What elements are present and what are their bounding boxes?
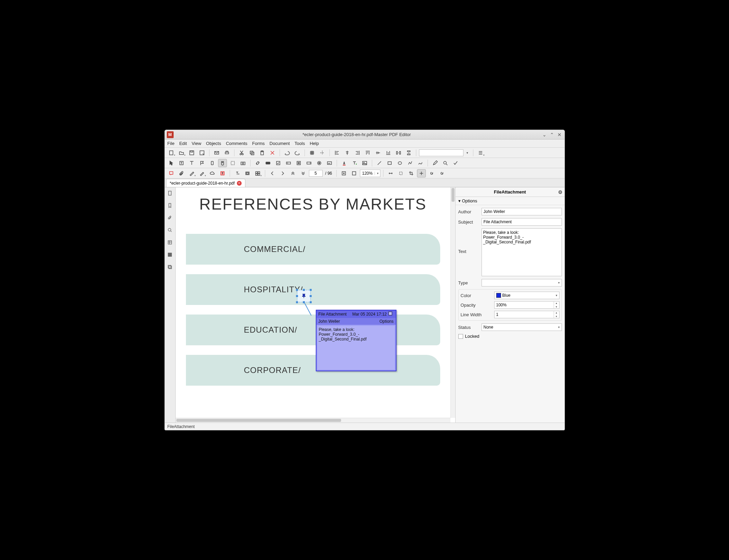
add-text-icon[interactable] — [350, 159, 359, 167]
check-icon[interactable] — [451, 159, 460, 167]
snap-icon[interactable] — [318, 149, 327, 157]
flag-icon[interactable] — [198, 159, 206, 167]
vertical-text-icon[interactable] — [208, 159, 217, 167]
menu-objects[interactable]: Objects — [206, 141, 221, 146]
distribute-v-icon[interactable] — [404, 149, 413, 157]
sidebar-layers-icon[interactable] — [166, 263, 174, 271]
snapshot-icon[interactable] — [239, 159, 247, 167]
sidebar-fields-icon[interactable] — [166, 239, 174, 246]
first-page-icon[interactable] — [288, 169, 297, 177]
panel-section-toggle[interactable]: ▾ Options — [456, 197, 565, 205]
textfield-icon[interactable] — [284, 159, 293, 167]
stamps-icon[interactable]: ▾ — [253, 169, 262, 177]
fit-width-icon[interactable] — [386, 169, 395, 177]
polyline-icon[interactable] — [406, 159, 415, 167]
menu-document[interactable]: Document — [270, 141, 290, 146]
cloud-icon[interactable] — [208, 169, 217, 177]
curve-icon[interactable] — [416, 159, 425, 167]
annotation-popup[interactable]: File Attachment Mar 05 2024 17:12 John W… — [316, 310, 396, 371]
align-top-icon[interactable] — [363, 149, 372, 157]
attachment-icon[interactable] — [177, 169, 186, 177]
menu-help[interactable]: Help — [310, 141, 319, 146]
combobox-icon[interactable] — [305, 159, 313, 167]
rotate-left-icon[interactable] — [427, 169, 436, 177]
type-select[interactable]: ▾ — [482, 279, 562, 286]
undo-icon[interactable] — [283, 149, 292, 157]
minimize-button[interactable]: ⌄ — [541, 132, 548, 138]
select-box-icon[interactable] — [228, 159, 237, 167]
horizontal-scrollbar[interactable] — [176, 418, 450, 423]
text-color-icon[interactable] — [340, 159, 349, 167]
align-left-icon[interactable] — [333, 149, 341, 157]
link-icon[interactable] — [253, 159, 262, 167]
menu-forms[interactable]: Forms — [252, 141, 265, 146]
save-as-icon[interactable] — [198, 149, 206, 157]
menu-view[interactable]: View — [192, 141, 201, 146]
sidebar-search-icon[interactable] — [166, 226, 174, 234]
file-attachment-pin[interactable] — [297, 290, 311, 302]
fit-visible-icon[interactable] — [396, 169, 405, 177]
radio-field-icon[interactable] — [315, 159, 324, 167]
actual-size-icon[interactable] — [339, 169, 348, 177]
align-bottom-icon[interactable] — [384, 149, 393, 157]
status-select[interactable]: None▾ — [482, 323, 562, 331]
highlighter-icon[interactable]: ▾ — [187, 169, 196, 177]
sidebar-thumbs-icon[interactable] — [166, 251, 174, 258]
text-highlight-icon[interactable] — [218, 169, 227, 177]
ruler-h-icon[interactable] — [417, 169, 426, 177]
copy-icon[interactable] — [247, 149, 256, 157]
text-input[interactable] — [482, 228, 562, 276]
button-field-icon[interactable] — [264, 159, 272, 167]
menu-tools[interactable]: Tools — [295, 141, 305, 146]
vertical-scrollbar[interactable] — [450, 187, 455, 418]
align-right-icon[interactable] — [353, 149, 362, 157]
close-window-button[interactable]: ✕ — [556, 132, 563, 138]
delete-icon[interactable] — [268, 149, 277, 157]
next-page-icon[interactable] — [278, 169, 287, 177]
ellipse-icon[interactable] — [395, 159, 404, 167]
author-input[interactable] — [482, 208, 562, 215]
fit-page-icon[interactable] — [350, 169, 359, 177]
menu-comments[interactable]: Comments — [226, 141, 247, 146]
search-dd-icon[interactable]: ▾ — [465, 149, 470, 157]
menu-file[interactable]: File — [167, 141, 175, 146]
panel-settings-icon[interactable]: ⚙ — [558, 189, 563, 195]
opacity-input[interactable]: 100%▲▼ — [494, 301, 559, 309]
tab-close-icon[interactable]: × — [237, 181, 242, 186]
grid-icon[interactable] — [308, 149, 316, 157]
sidebar-attachments-icon[interactable] — [166, 214, 174, 222]
insert-text-icon[interactable] — [233, 169, 242, 177]
pencil-icon[interactable]: ▾ — [198, 169, 206, 177]
email-icon[interactable] — [212, 149, 221, 157]
popup-menu-icon[interactable] — [388, 311, 394, 317]
popup-body[interactable]: Please, take a look: Power_Forward_3.0_-… — [318, 326, 395, 370]
note-icon[interactable] — [167, 169, 176, 177]
signature-field-icon[interactable] — [325, 159, 334, 167]
document-tab[interactable]: *ecler-product-guide-2018-en-hr.pdf × — [166, 179, 245, 187]
pointer-icon[interactable] — [167, 159, 176, 167]
line-icon[interactable] — [375, 159, 384, 167]
align-middle-icon[interactable] — [374, 149, 382, 157]
magnify-icon[interactable] — [441, 159, 450, 167]
edit-text-icon[interactable] — [187, 159, 196, 167]
align-center-icon[interactable] — [343, 149, 352, 157]
rect-icon[interactable] — [385, 159, 394, 167]
stamp-icon[interactable] — [243, 169, 252, 177]
save-icon[interactable] — [187, 149, 196, 157]
linewidth-input[interactable]: 1▲▼ — [494, 311, 559, 318]
page-view[interactable]: REFERENCES BY MARKETS COMMERCIAL/ HOSPIT… — [176, 187, 450, 418]
color-select[interactable]: Blue▾ — [494, 292, 559, 299]
image-icon[interactable] — [360, 159, 369, 167]
menu-edit[interactable]: Edit — [179, 141, 187, 146]
prev-page-icon[interactable] — [268, 169, 277, 177]
popup-options[interactable]: Options — [379, 319, 393, 324]
redo-icon[interactable] — [293, 149, 302, 157]
locked-checkbox[interactable]: Locked — [458, 334, 562, 339]
cut-icon[interactable] — [237, 149, 246, 157]
subject-input[interactable] — [482, 218, 562, 226]
sidebar-bookmarks-icon[interactable] — [166, 202, 174, 209]
hand-icon[interactable] — [218, 159, 227, 167]
paste-icon[interactable] — [258, 149, 267, 157]
crop-icon[interactable] — [407, 169, 416, 177]
listbox-icon[interactable] — [294, 159, 303, 167]
